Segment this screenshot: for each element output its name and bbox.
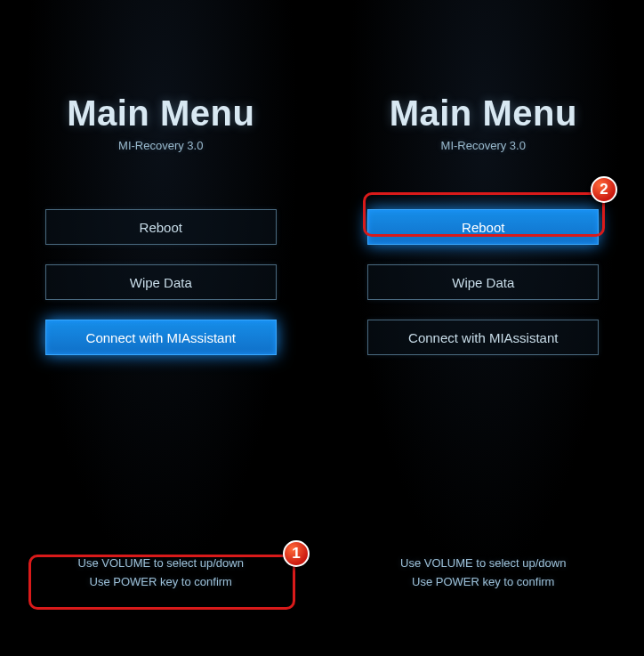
recovery-subtitle: MI-Recovery 3.0 — [441, 139, 526, 152]
menu-item-wipe-data[interactable]: Wipe Data — [45, 264, 277, 300]
hint-line: Use POWER key to confirm — [28, 573, 294, 592]
menu-item-label: Reboot — [462, 220, 504, 235]
main-menu: Reboot Wipe Data Connect with MIAssistan… — [367, 209, 599, 355]
phone-right: Main Menu MI-Recovery 3.0 Reboot Wipe Da… — [322, 0, 645, 656]
main-menu-title: Main Menu — [67, 93, 254, 134]
menu-item-connect-miassistant[interactable]: Connect with MIAssistant — [367, 320, 599, 355]
menu-item-reboot[interactable]: Reboot — [45, 209, 277, 245]
recovery-subtitle: MI-Recovery 3.0 — [118, 139, 203, 152]
main-menu-title: Main Menu — [390, 93, 577, 134]
menu-item-label: Reboot — [140, 220, 182, 235]
menu-item-label: Wipe Data — [452, 275, 514, 290]
hint-line: Use VOLUME to select up/down — [28, 555, 294, 573]
navigation-hint: Use VOLUME to select up/down Use POWER k… — [350, 555, 616, 592]
hint-line: Use VOLUME to select up/down — [350, 555, 616, 573]
menu-item-label: Wipe Data — [130, 275, 192, 290]
menu-item-connect-miassistant[interactable]: Connect with MIAssistant — [45, 320, 277, 355]
menu-item-label: Connect with MIAssistant — [86, 330, 236, 345]
navigation-hint: Use VOLUME to select up/down Use POWER k… — [28, 555, 294, 592]
menu-item-reboot[interactable]: Reboot — [367, 209, 599, 245]
menu-item-wipe-data[interactable]: Wipe Data — [367, 264, 599, 300]
main-menu: Reboot Wipe Data Connect with MIAssistan… — [45, 209, 277, 355]
menu-item-label: Connect with MIAssistant — [408, 330, 558, 345]
hint-line: Use POWER key to confirm — [350, 573, 616, 592]
phone-left: Main Menu MI-Recovery 3.0 Reboot Wipe Da… — [0, 0, 322, 656]
